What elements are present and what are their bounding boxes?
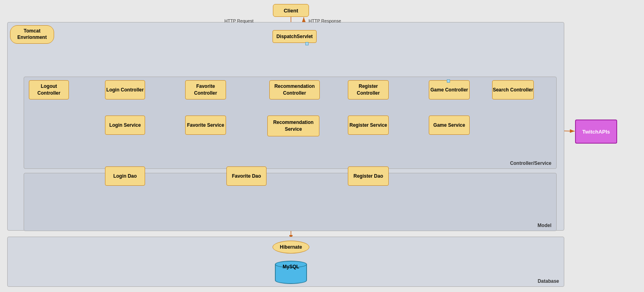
model-label: Model <box>537 223 551 228</box>
login-service-node: Login Service <box>105 116 145 135</box>
database-label: Database <box>538 278 559 284</box>
recommendation-service-node: Recommendation Service <box>267 116 319 136</box>
login-controller-node: Login Controller <box>105 80 145 99</box>
mysql-label: MySQL <box>275 264 307 270</box>
game-service-node: Game Service <box>429 116 470 135</box>
client-node: Client <box>273 4 309 17</box>
favorite-dao-node: Favorite Dao <box>226 166 266 186</box>
favorite-service-node: Favorite Service <box>185 116 226 135</box>
hibernate-node: Hibernate <box>273 241 309 253</box>
game-controller-connector <box>447 79 450 83</box>
register-service-node: Register Service <box>348 116 389 135</box>
login-dao-node: Login Dao <box>105 166 145 186</box>
search-controller-node: Search Controller <box>492 80 534 99</box>
diagram-container: Database Controller/Service Model Tomcat… <box>0 0 644 292</box>
register-controller-node: Register Controller <box>348 80 389 99</box>
game-controller-node: Game Controller <box>429 80 470 99</box>
http-request-label: HTTP Request <box>224 18 254 23</box>
http-response-label: HTTP Response <box>309 18 341 23</box>
controller-service-label: Controller/Service <box>510 160 551 166</box>
twitch-apis-node: TwitchAPIs <box>575 120 617 144</box>
favorite-controller-node: Favorite Controller <box>185 80 226 99</box>
recommendation-controller-node: Recommendation Controller <box>269 80 320 99</box>
logout-controller-node: Logout Controller <box>29 80 69 99</box>
tomcat-environment-label: Tomcat Envrionment <box>10 25 54 44</box>
mysql-cylinder <box>275 260 307 282</box>
model-box: Model <box>24 173 557 231</box>
dispatch-servlet-node: DispatchServlet <box>273 30 317 43</box>
connector-square <box>305 42 309 45</box>
register-dao-node: Register Dao <box>348 166 389 186</box>
